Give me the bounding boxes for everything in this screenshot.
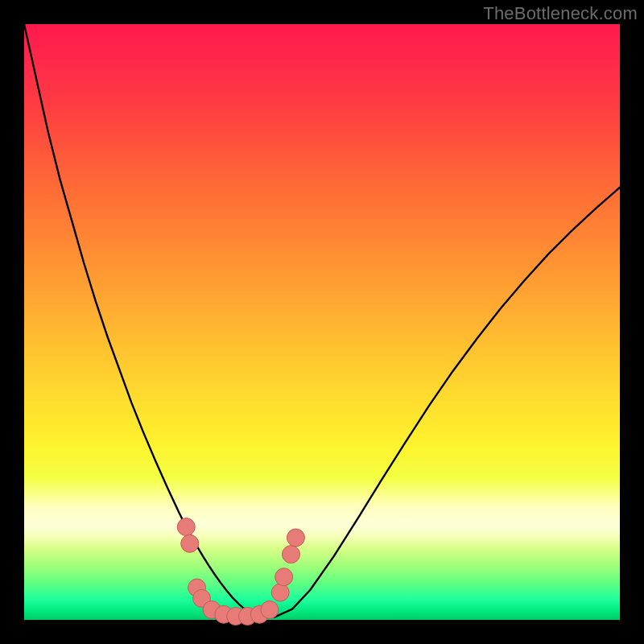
data-markers xyxy=(177,518,304,625)
marker-point xyxy=(283,546,300,564)
marker-point xyxy=(287,529,304,547)
marker-point xyxy=(261,601,279,618)
marker-point xyxy=(177,518,195,536)
marker-point xyxy=(181,535,199,552)
chart-overlay xyxy=(24,24,620,620)
chart-frame: TheBottleneck.com xyxy=(0,0,644,644)
marker-point xyxy=(271,584,289,601)
marker-point xyxy=(275,568,293,586)
watermark: TheBottleneck.com xyxy=(483,3,638,24)
bottleneck-curve xyxy=(24,24,620,617)
